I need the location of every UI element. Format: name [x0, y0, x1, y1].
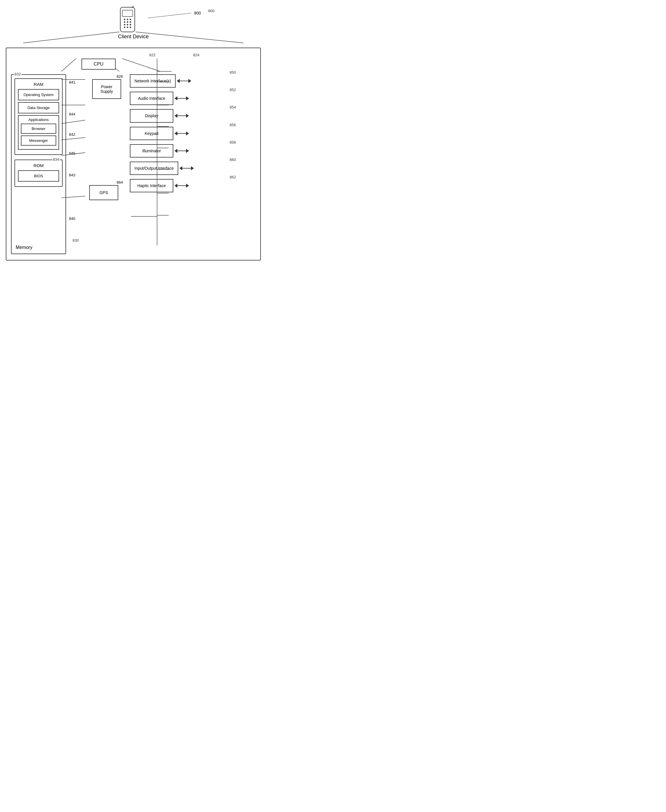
arrow-left-860 — [180, 166, 182, 170]
cpu-box: CPU — [81, 59, 115, 69]
illuminator-box: Illuminator — [130, 144, 173, 157]
keypad-label: Keypad — [145, 131, 158, 136]
ref-822: 822 — [149, 53, 156, 57]
display-row: 854 Display — [130, 109, 256, 122]
operating-system-box: Operating System — [18, 89, 59, 100]
arrow-right-850 — [188, 79, 191, 83]
svg-point-3 — [124, 19, 125, 20]
browser-label: Browser — [31, 126, 46, 131]
ref-841: 841 — [69, 80, 75, 84]
arrow-right-856 — [186, 131, 189, 136]
line-850 — [180, 81, 188, 81]
ram-box: RAM Operating System Data Storage Applic… — [15, 78, 63, 155]
svg-line-15 — [23, 32, 119, 43]
haptic-interface-row: 862 Haptic Interface — [130, 179, 256, 192]
svg-point-13 — [127, 27, 129, 28]
svg-point-11 — [130, 24, 131, 25]
data-storage-label: Data Storage — [28, 106, 50, 110]
illuminator-label: Illuminator — [142, 149, 161, 153]
network-interface-row: 850 Network Interface(s) — [130, 74, 256, 88]
audio-interface-label: Audio Interface — [138, 96, 165, 101]
ref-826: 826 — [117, 74, 124, 79]
svg-point-9 — [124, 24, 125, 25]
ref-858: 858 — [229, 140, 236, 144]
haptic-interface-label: Haptic Interface — [137, 184, 166, 188]
ref-834: 834 — [52, 157, 60, 162]
interfaces-column: 850 Network Interface(s) 852 — [130, 74, 256, 192]
svg-point-14 — [130, 27, 131, 28]
client-device-label: Client Device — [118, 34, 149, 40]
ref-864: 864 — [89, 180, 124, 185]
arrow-left-850 — [177, 79, 180, 83]
phone-area: 800 — [6, 6, 261, 45]
ref-850: 850 — [229, 70, 236, 74]
ref-843: 843 — [69, 173, 75, 177]
svg-line-20 — [122, 59, 160, 71]
svg-line-17 — [148, 13, 191, 18]
ref-862: 862 — [229, 175, 236, 179]
main-box: CPU 822 824 832 RAM Operating System — [6, 48, 261, 261]
data-storage-box: Data Storage — [18, 102, 59, 113]
io-interface-label: Input/Output Interface — [135, 166, 174, 170]
power-supply-label: Power Supply — [101, 84, 113, 94]
ram-label: RAM — [18, 82, 59, 87]
ref-800-label: 800 — [194, 11, 201, 15]
rom-box: 834 ROM BIOS — [15, 160, 63, 187]
display-label: Display — [145, 113, 158, 118]
cpu-label: CPU — [94, 61, 104, 66]
haptic-interface-box: Haptic Interface — [130, 179, 173, 192]
svg-point-4 — [127, 19, 129, 20]
keypad-row: 856 Keypad — [130, 127, 256, 140]
arrow-left-854 — [175, 114, 177, 118]
arrow-left-852 — [175, 96, 177, 100]
keypad-box: Keypad — [130, 127, 173, 140]
applications-label: Applications — [28, 117, 49, 122]
bios-box: BIOS — [18, 170, 59, 182]
line-854 — [177, 116, 186, 116]
audio-interface-row: 852 Audio Interface — [130, 92, 256, 105]
ref-844: 844 — [69, 112, 75, 116]
ref-845: 845 — [69, 151, 75, 155]
io-interface-box: Input/Output Interface — [130, 162, 178, 175]
svg-point-12 — [124, 27, 125, 28]
line-862 — [177, 185, 186, 186]
gps-box: GPS — [89, 185, 118, 200]
phone-lines-svg: Client Device 800 — [6, 6, 261, 43]
svg-point-8 — [130, 21, 131, 23]
ref-856: 856 — [229, 123, 236, 127]
ref-852: 852 — [229, 88, 236, 92]
arrow-right-854 — [186, 114, 189, 118]
audio-interface-box: Audio Interface — [130, 92, 173, 105]
ref-840: 840 — [69, 217, 75, 221]
arrow-right-860 — [191, 166, 194, 170]
ref-832: 832 — [14, 72, 21, 76]
arrow-left-858 — [175, 149, 177, 153]
line-860 — [182, 168, 191, 169]
arrow-right-862 — [186, 184, 189, 188]
ref-842: 842 — [69, 132, 75, 137]
arrow-right-852 — [186, 96, 189, 100]
svg-point-10 — [127, 24, 129, 25]
arrow-right-858 — [186, 149, 189, 153]
svg-point-6 — [124, 21, 125, 23]
network-interface-box: Network Interface(s) — [130, 74, 176, 88]
svg-point-5 — [130, 19, 131, 20]
ref-854: 854 — [229, 105, 236, 109]
rom-label: ROM — [18, 163, 59, 168]
line-856 — [177, 133, 186, 134]
diagram-container: 800 — [6, 6, 261, 261]
ref-824: 824 — [193, 53, 199, 57]
power-supply-box: Power Supply — [92, 79, 121, 99]
gps-label: GPS — [99, 190, 108, 195]
illuminator-row: 858 Illuminator — [130, 144, 256, 157]
svg-line-18 — [61, 59, 76, 71]
io-interface-row: 860 Input/Output Interface — [130, 162, 256, 175]
os-label: Operating System — [23, 93, 54, 97]
memory-outer-box: 832 RAM Operating System Data Storage — [11, 74, 66, 254]
browser-box: Browser — [21, 124, 56, 134]
display-box: Display — [130, 109, 173, 122]
applications-box: Applications Browser Messenger — [18, 115, 59, 150]
messenger-box: Messenger — [21, 136, 56, 146]
ref-860: 860 — [229, 157, 236, 162]
svg-point-7 — [127, 21, 129, 23]
